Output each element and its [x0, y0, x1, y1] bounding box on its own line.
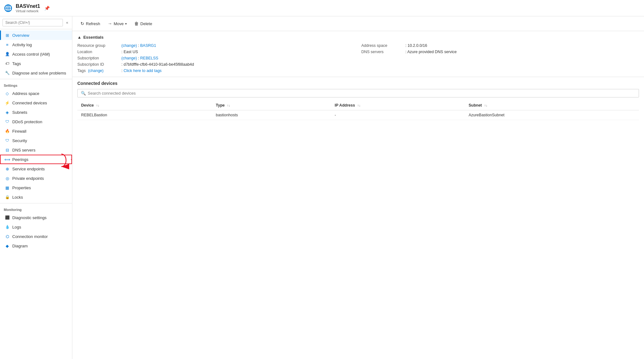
sidebar-item-overview[interactable]: Overview — [0, 30, 72, 40]
refresh-icon: ↻ — [80, 21, 84, 26]
sidebar: « Overview Activity log Access control (… — [0, 16, 72, 359]
search-icon: 🔍 — [81, 91, 86, 96]
sidebar-item-address-space[interactable]: Address space — [0, 89, 72, 98]
location-label: Location — [77, 50, 121, 54]
cell-ip: - — [331, 110, 465, 120]
sort-icon-type[interactable]: ↑↓ — [227, 104, 230, 107]
resource-group-label: Resource group — [77, 43, 121, 48]
sidebar-item-service-endpoints[interactable]: Service endpoints — [0, 164, 72, 174]
subscription-change-link[interactable]: (change) — [121, 56, 137, 60]
sidebar-item-diagnostic-settings[interactable]: Diagnostic settings — [0, 213, 72, 222]
sidebar-item-label: Diagnostic settings — [12, 215, 47, 220]
address-space-icon — [5, 91, 10, 96]
sidebar-item-connected-devices[interactable]: Connected devices — [0, 98, 72, 108]
sidebar-item-label: Locks — [12, 195, 23, 200]
sidebar-item-label: Peerings — [12, 157, 28, 162]
address-space-value: : 10.2.0.0/16 — [405, 43, 427, 48]
sidebar-item-subnets[interactable]: Subnets — [0, 108, 72, 117]
tags-value: : Click here to add tags — [121, 69, 162, 73]
sidebar-item-properties[interactable]: Properties — [0, 183, 72, 192]
sidebar-item-logs[interactable]: Logs — [0, 222, 72, 232]
table-row[interactable]: REBELBastion bastionhosts - AzureBastion… — [77, 110, 639, 120]
sidebar-item-private-endpoints[interactable]: Private endpoints — [0, 174, 72, 183]
connected-devices-section: Connected devices 🔍 Device ↑↓ Type ↑↓ — [72, 77, 644, 124]
location-row: Location : East US — [77, 50, 355, 54]
tags-row: Tags (change) : Click here to add tags — [77, 69, 355, 73]
pin-icon[interactable]: 📌 — [44, 6, 50, 11]
sort-icon-subnet[interactable]: ↑↓ — [484, 104, 487, 107]
logs-icon — [5, 224, 10, 229]
delete-button[interactable]: 🗑 Delete — [131, 19, 155, 28]
sidebar-item-label: Service endpoints — [12, 167, 45, 171]
sidebar-item-label: Firewall — [12, 129, 26, 134]
sidebar-item-label: Security — [12, 138, 27, 143]
service-ep-icon — [5, 166, 10, 171]
sidebar-item-access-control[interactable]: Access control (IAM) — [0, 49, 72, 59]
subscription-link[interactable]: REBELSS — [140, 56, 158, 60]
tags-add-link[interactable]: Click here to add tags — [124, 69, 162, 73]
subnets-icon — [5, 110, 10, 115]
sidebar-item-firewall[interactable]: Firewall — [0, 126, 72, 136]
conn-monitor-icon — [5, 234, 10, 239]
sidebar-item-label: Connection monitor — [12, 234, 48, 239]
location-value: : East US — [121, 50, 138, 54]
dns-servers-label: DNS servers — [361, 50, 405, 54]
search-connected-devices-input[interactable] — [88, 91, 636, 96]
sidebar-item-diagram[interactable]: Diagram — [0, 241, 72, 251]
peerings-icon — [5, 157, 10, 162]
collapse-button[interactable]: « — [65, 20, 69, 25]
sidebar-item-connection-monitor[interactable]: Connection monitor — [0, 232, 72, 241]
resource-group-link[interactable]: BASRG1 — [140, 43, 156, 48]
essentials-title: Essentials — [83, 35, 103, 40]
sidebar-item-label: DNS servers — [12, 148, 36, 152]
subscription-label: Subscription — [77, 56, 121, 60]
sidebar-item-diagnose[interactable]: Diagnose and solve problems — [0, 68, 72, 78]
sort-icon-ip[interactable]: ↑↓ — [357, 104, 360, 107]
col-ip: IP Address ↑↓ — [331, 101, 465, 110]
activity-icon — [5, 42, 10, 47]
sidebar-item-activity-log[interactable]: Activity log — [0, 40, 72, 49]
col-subnet: Subnet ↑↓ — [465, 101, 639, 110]
sidebar-item-ddos[interactable]: DDoS protection — [0, 117, 72, 126]
sidebar-item-label: Private endpoints — [12, 176, 44, 181]
refresh-button[interactable]: ↻ Refresh — [77, 19, 103, 28]
subscription-row: Subscription (change) : REBELSS — [77, 56, 355, 60]
sidebar-nav: Overview Activity log Access control (IA… — [0, 29, 72, 359]
cell-device: REBELBastion — [77, 110, 212, 120]
diagnose-icon — [5, 70, 10, 75]
subscription-value: (change) : REBELSS — [121, 56, 158, 60]
sidebar-item-label: Logs — [12, 225, 21, 229]
sidebar-item-tags[interactable]: Tags — [0, 59, 72, 68]
resource-group-change-link[interactable]: (change) — [121, 43, 137, 48]
overview-icon — [5, 33, 10, 38]
sidebar-item-peerings[interactable]: Peerings ◄ — [0, 155, 72, 164]
main-content: ↻ Refresh → Move ▾ 🗑 Delete ▲ Essentials — [72, 16, 644, 359]
search-input[interactable] — [3, 19, 63, 26]
sidebar-item-locks[interactable]: Locks — [0, 192, 72, 202]
sidebar-item-label: DDoS protection — [12, 119, 42, 124]
red-arrow-annotation: ◄ — [69, 156, 72, 163]
sidebar-item-label: Connected devices — [12, 101, 47, 105]
sidebar-item-security[interactable]: Security — [0, 136, 72, 145]
sidebar-item-label: Access control (IAM) — [12, 52, 50, 57]
resource-group-row: Resource group (change) : BASRG1 — [77, 43, 355, 48]
move-button[interactable]: → Move ▾ — [105, 19, 130, 28]
diag-settings-icon — [5, 215, 10, 220]
essentials-header[interactable]: ▲ Essentials — [77, 35, 639, 40]
tags-icon — [5, 61, 10, 66]
sort-icon-device[interactable]: ↑↓ — [96, 104, 99, 107]
connected-devices-title: Connected devices — [77, 81, 639, 86]
resource-title: BASVnet1 Virtual network — [16, 3, 40, 13]
sidebar-item-label: Properties — [12, 185, 31, 190]
essentials-grid: Resource group (change) : BASRG1 Locatio… — [77, 43, 639, 73]
sidebar-item-label: Activity log — [12, 42, 32, 47]
sidebar-item-dns-servers[interactable]: DNS servers — [0, 145, 72, 155]
subscription-id-label: Subscription ID — [77, 62, 121, 67]
tags-label: Tags (change) — [77, 69, 121, 73]
dns-icon — [5, 147, 10, 152]
connected-devices-icon — [5, 100, 10, 105]
search-bar: 🔍 — [77, 89, 639, 97]
locks-icon — [5, 195, 10, 200]
tags-change-link[interactable]: (change) — [88, 69, 103, 73]
settings-section-label: Settings — [0, 80, 72, 89]
